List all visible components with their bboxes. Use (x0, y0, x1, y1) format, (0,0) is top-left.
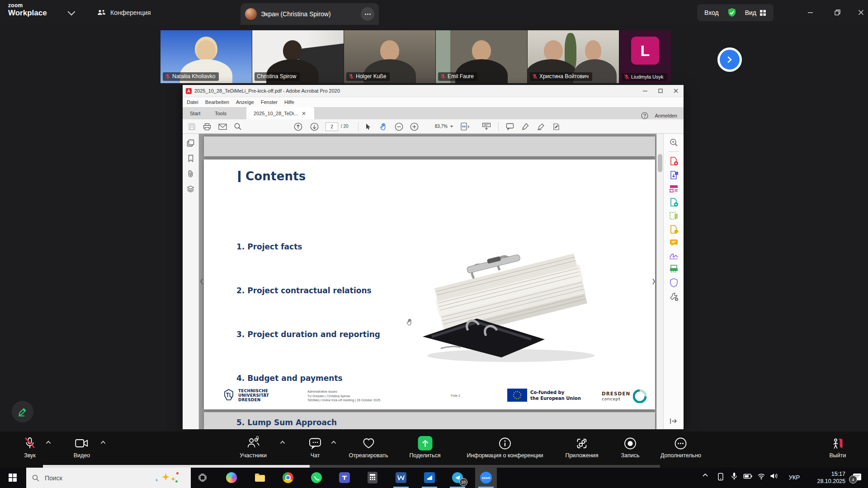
participant-tile-christina[interactable]: Christina Spirow (252, 30, 344, 83)
acrobat-maximize-button[interactable] (653, 85, 668, 97)
video-options-chevron[interactable] (100, 441, 106, 444)
menu-anzeige[interactable]: Anzeige (236, 99, 254, 105)
next-view-icon[interactable] (670, 418, 678, 425)
more-button[interactable]: Дополнительно (660, 436, 701, 459)
collapse-left-panel-icon[interactable] (199, 277, 204, 286)
share-button[interactable]: Поделиться (409, 436, 440, 459)
tray-battery-icon[interactable] (743, 474, 752, 479)
tray-device-icon[interactable] (717, 473, 724, 481)
teams-icon[interactable] (338, 471, 351, 484)
pdf-document-area[interactable]: Contents 1. Project facts 2. Project con… (199, 134, 656, 429)
annotate-button[interactable] (12, 401, 33, 422)
page-thumbnails-icon[interactable] (187, 139, 194, 147)
print-icon[interactable] (202, 121, 212, 132)
security-shield-icon[interactable] (727, 8, 737, 18)
meeting-info-button[interactable]: Информация о конференции (467, 436, 543, 459)
close-tab-icon[interactable] (302, 112, 306, 115)
zoom-app-icon[interactable]: zoom (479, 471, 493, 484)
bookmarks-icon[interactable] (188, 155, 194, 162)
view-button[interactable]: Вид (745, 9, 766, 16)
chat-button[interactable]: Чат (309, 436, 321, 459)
email-icon[interactable] (217, 121, 228, 132)
request-esign-icon[interactable] (669, 225, 679, 234)
zoom-level-select[interactable]: 83,7% (425, 122, 453, 131)
participants-button[interactable]: 9 Участники (240, 436, 267, 459)
previous-page-icon[interactable] (292, 121, 303, 132)
acrobat-close-button[interactable] (668, 85, 684, 97)
tab-screen-share[interactable]: Экран (Christina Spirow) (241, 3, 379, 25)
chat-options-chevron[interactable] (331, 441, 336, 444)
more-tools-icon[interactable] (669, 292, 679, 301)
marquee-zoom-icon[interactable] (669, 138, 678, 147)
next-participants-button[interactable] (717, 47, 742, 72)
help-icon[interactable] (641, 112, 648, 119)
copilot-app-icon[interactable] (225, 471, 238, 484)
next-page-icon[interactable] (309, 121, 320, 132)
organize-pages-icon[interactable] (669, 184, 679, 193)
mute-button[interactable]: Звук (24, 436, 36, 459)
notification-center-button[interactable]: 4 (853, 473, 862, 482)
menu-datei[interactable]: Datei (187, 99, 198, 105)
tab-tools[interactable]: Tools (208, 107, 234, 119)
record-button[interactable]: Запись (621, 436, 639, 459)
tab-document[interactable]: 2025_10_28_TeDi... (246, 107, 314, 119)
create-pdf-icon[interactable] (669, 156, 679, 166)
tray-volume-icon[interactable] (770, 473, 778, 479)
participant-tile-holger[interactable]: Holger Kuße (344, 30, 435, 83)
tab-meeting[interactable]: Конференция (97, 0, 151, 25)
attachments-icon[interactable] (187, 170, 194, 178)
highlight-pen-icon[interactable] (520, 121, 531, 132)
tray-wifi-icon[interactable] (757, 473, 765, 479)
task-view-button[interactable] (196, 471, 209, 484)
scrollbar-thumb[interactable] (658, 154, 662, 172)
whatsapp-icon[interactable] (310, 471, 323, 484)
protect-icon[interactable] (670, 278, 678, 287)
scan-ocr-icon[interactable] (669, 264, 679, 273)
tab-more-button[interactable] (361, 7, 374, 21)
save-icon[interactable] (186, 121, 197, 132)
collapse-right-panel-icon[interactable] (651, 277, 656, 286)
signin-button[interactable]: Вход (704, 9, 719, 16)
brand-chevron-down-icon[interactable] (69, 9, 74, 14)
tray-expand-chevron[interactable] (702, 473, 708, 477)
react-button[interactable]: Отреагировать (349, 436, 388, 459)
combine-files-icon[interactable] (669, 197, 679, 207)
pdf-scrollbar[interactable] (656, 134, 663, 429)
select-tool-icon[interactable] (363, 121, 373, 132)
menu-hilfe[interactable]: Hilfe (284, 99, 294, 105)
fit-width-icon[interactable] (459, 121, 470, 132)
minimize-button[interactable] (801, 5, 819, 19)
edit-pdf-icon[interactable] (669, 211, 679, 220)
audio-options-chevron[interactable] (46, 441, 51, 444)
tab-start[interactable]: Start (183, 107, 208, 119)
participant-tile-emil[interactable]: Emil Faure (436, 30, 527, 83)
chrome-icon[interactable] (281, 471, 295, 484)
participant-tile-khrystyna[interactable]: Христина Войтович (528, 30, 619, 83)
restore-button[interactable] (828, 5, 846, 19)
acrobat-minimize-button[interactable] (637, 85, 653, 97)
apps-button[interactable]: Приложения (565, 436, 598, 459)
comment-icon[interactable] (505, 121, 515, 132)
video-button[interactable]: Видео (74, 436, 90, 459)
start-button[interactable] (6, 471, 19, 484)
search-icon[interactable] (232, 121, 243, 132)
menu-bearbeiten[interactable]: Bearbeiten (205, 99, 229, 105)
tray-mic-icon[interactable] (731, 472, 737, 481)
participant-tile-nataliia[interactable]: Nataliia Kholiavko (160, 30, 252, 83)
comment-tool-icon[interactable] (669, 239, 679, 247)
file-explorer-icon[interactable] (253, 471, 267, 484)
telegram-icon[interactable]: 10 (451, 471, 464, 484)
hand-tool-icon[interactable] (378, 121, 389, 132)
page-number-input[interactable] (326, 122, 338, 131)
fill-sign-icon[interactable] (669, 252, 679, 260)
acrobat-signin[interactable]: Anmelden (655, 113, 677, 118)
acrobat-titlebar[interactable]: 2025_10_28_TeDiMeLi_Pre-kick-off.pdf - A… (183, 85, 684, 97)
close-button[interactable] (852, 5, 868, 19)
export-pdf-icon[interactable] (669, 170, 679, 180)
scanner-app-icon[interactable] (423, 471, 436, 484)
presentation-mode-icon[interactable] (481, 121, 492, 132)
participant-tile-liudmyla[interactable]: L Liudmyla Usyk (619, 30, 671, 83)
participants-options-chevron[interactable] (280, 441, 285, 444)
tray-language[interactable]: УКР (789, 474, 800, 481)
taskbar-search-box[interactable]: Поиск (26, 468, 191, 488)
